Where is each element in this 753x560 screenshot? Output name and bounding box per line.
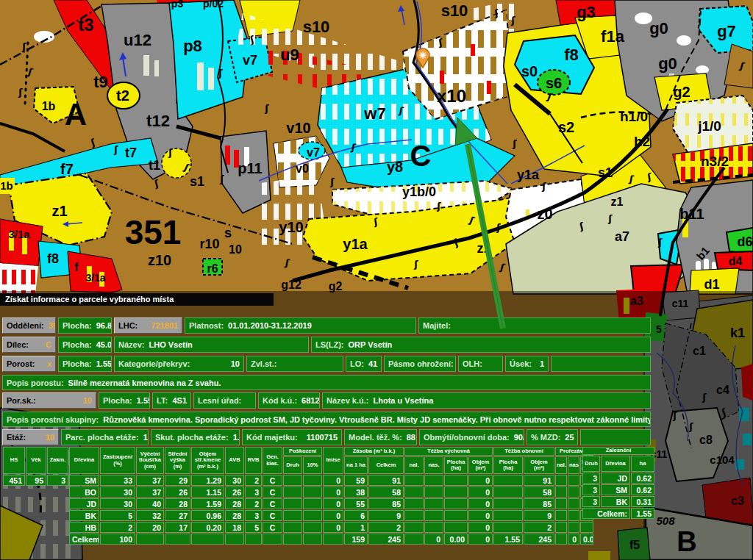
table-cell: SM (601, 484, 630, 495)
field-kod-majetku: Kód majetku:1100715 (242, 429, 342, 445)
table-header-cell: Objem (m³) (468, 456, 493, 474)
map-label: p8 (183, 37, 202, 55)
table-cell: 0 (323, 498, 343, 509)
table-cell: C (263, 522, 282, 533)
table-cell (191, 534, 224, 545)
field-kategorie: Kategorie/překryv:10 (114, 356, 244, 372)
map-label: v7 (307, 146, 320, 159)
table-header-cell: Imise (323, 447, 343, 474)
table-header-cell: Těžba obnovní (493, 447, 554, 456)
map-label: 1b (0, 179, 13, 192)
table-header-cell: Plocha (ha) (493, 456, 523, 474)
table-cell: 3 (582, 484, 600, 495)
table-cell (303, 498, 322, 509)
field-nazev: Název:LHO Vsetín (114, 337, 309, 353)
squiggle-symbol: ʃ (512, 138, 517, 149)
table-cell (303, 487, 322, 498)
table-row: 3BK0.31 (582, 496, 654, 507)
table-cell (424, 487, 443, 498)
stand-table: HSVěkZakm.DřevinaZastoupení (%)Výčetní t… (2, 446, 594, 545)
table-cell (555, 487, 567, 498)
table-cell: SM (69, 475, 99, 486)
table-cell: 0 (468, 510, 493, 521)
table-cell (424, 522, 443, 533)
table-header-cell: na 1 ha (344, 456, 368, 474)
table-cell: 33 (100, 475, 135, 486)
table-cell (3, 498, 25, 509)
map-label: 351 (125, 213, 182, 251)
squiggle-symbol: ʃ (219, 173, 224, 184)
field-oddeleni: Oddělení:351 (2, 317, 56, 334)
map-label: v7 (243, 53, 257, 68)
field-lo: LO:41 (346, 356, 382, 372)
field-usek: Úsek:1 (505, 356, 549, 372)
table-header-cell: Zastoupení (%) (100, 447, 135, 474)
map-label: f8 (564, 46, 579, 64)
table-cell: 245 (524, 534, 554, 545)
table-header-cell: Celkem (368, 456, 404, 474)
map-label: t9 (93, 73, 108, 91)
map-label: y1b/0 (402, 184, 436, 199)
table-cell (555, 534, 567, 545)
table-header-cell: RVB (245, 447, 262, 474)
map-label: d4 (729, 255, 743, 268)
table-header-cell: Objem (m³) (524, 456, 554, 474)
map-label: t1 (149, 158, 160, 173)
table-cell: Celkem: (69, 534, 99, 545)
table-cell: 1.55 (631, 508, 654, 519)
table-cell: 1.15 (191, 487, 224, 498)
field-kod-ku: Kód k.ú.:681245 (258, 392, 320, 409)
table-cell (26, 510, 46, 521)
table-cell: 40 (136, 498, 164, 509)
table-cell (568, 498, 579, 509)
table-cell (580, 522, 593, 533)
squiggle-symbol: ʃ (218, 68, 223, 79)
table-cell (225, 534, 244, 545)
map-label: b11 (679, 206, 704, 222)
table-row: JD3040281.59282C05585085 (3, 498, 593, 509)
table-header-cell: Zásoba (m³ b.k.) (344, 447, 404, 456)
map-label: f (74, 261, 79, 273)
table-cell (444, 522, 468, 533)
field-plocha-dilec: Plocha:45.07 (58, 337, 112, 353)
zalesneni-table: ZalesněníDruhDřevinaha3JD0.623SM0.623BK0… (582, 446, 655, 520)
map-label: f7 (60, 161, 74, 177)
field-lslz: LS(LZ):ORP Vsetín (311, 337, 651, 353)
table-cell: BK (69, 510, 99, 521)
table-cell: 28 (165, 498, 190, 509)
table-header-cell: Věk (26, 447, 46, 474)
field-lhc: LHC:721801 (114, 317, 182, 334)
table-cell: 6 (344, 510, 368, 521)
table-cell: 3 (245, 510, 262, 521)
table-cell (47, 510, 68, 521)
table-cell (493, 510, 523, 521)
table-cell: 0 (323, 522, 343, 533)
map-label: a7 (615, 229, 629, 244)
table-cell (404, 510, 424, 521)
map-label: g7 (717, 22, 736, 40)
field-dilec: Dílec:C (2, 337, 56, 353)
table-cell: 85 (524, 498, 554, 509)
table-header-cell: Gen. klas. (263, 447, 282, 474)
map-label: t12 (146, 112, 170, 130)
map-label: j1/0 (697, 118, 721, 134)
map-label: z1 (51, 203, 67, 219)
field-porsk: Por.sk.:10 (2, 392, 96, 409)
table-cell: 26 (225, 487, 244, 498)
table-cell: 26 (165, 487, 190, 498)
field-lt: LT:4S1 (152, 392, 191, 409)
map-label: z1 (477, 241, 490, 256)
table-cell: 28 (225, 510, 244, 521)
map-label: g0 (649, 19, 668, 37)
map-label: g0 (658, 54, 677, 73)
table-cell (568, 510, 579, 521)
table-cell: 2 (524, 522, 554, 533)
field-popis-porostu: Popis porostu:Silně mezernatá kmenovina … (2, 375, 651, 390)
table-cell: JD (69, 498, 99, 509)
table-cell (26, 498, 46, 509)
map-label: s6 (546, 75, 562, 91)
table-row: HB220170.20185C01202 (3, 522, 593, 533)
field-popis-skupiny: Popis porostní skupiny:Různověká kmenovi… (2, 412, 651, 427)
table-cell (303, 510, 322, 521)
table-cell: 1.59 (191, 498, 224, 509)
